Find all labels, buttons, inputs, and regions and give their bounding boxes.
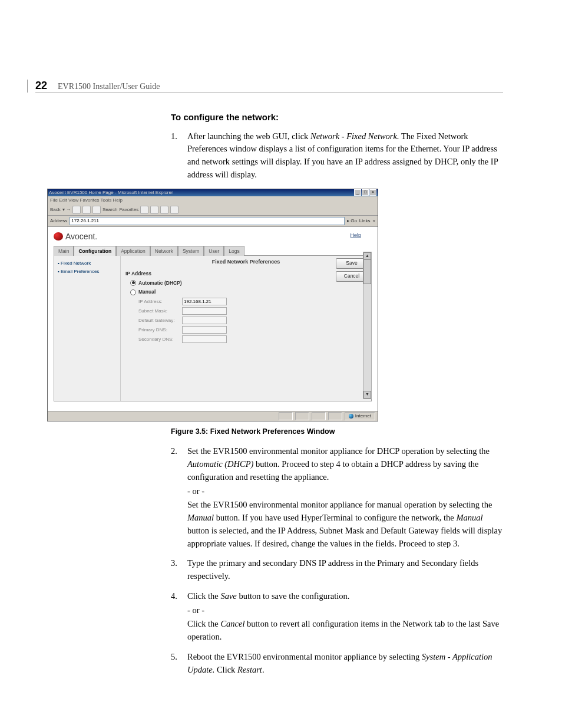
input-secondary-dns[interactable]: [182, 335, 227, 343]
status-segment: [279, 412, 293, 420]
step-number: 3.: [171, 557, 187, 583]
label-gateway: Default Gateway:: [138, 317, 178, 324]
scroll-thumb[interactable]: [363, 259, 371, 284]
globe-icon: [349, 414, 353, 419]
favorites-button[interactable]: Favorites: [119, 206, 138, 213]
ui-element: Manual: [456, 513, 482, 522]
minimize-icon[interactable]: _: [354, 189, 361, 196]
page-header: 22 EVR1500 Installer/User Guide: [35, 80, 503, 93]
text: Click the: [187, 619, 220, 628]
page-number: 22: [35, 80, 47, 92]
text: Set the EVR1500 environmental monitor ap…: [187, 500, 492, 509]
radio-label-manual: Manual: [138, 288, 156, 296]
ui-element: Cancel: [220, 619, 244, 628]
print-icon[interactable]: [160, 206, 168, 214]
edit-icon[interactable]: [170, 206, 178, 214]
group-ip-address: IP Address: [125, 270, 366, 278]
tab-network[interactable]: Network: [150, 246, 178, 256]
step-number: 4.: [171, 590, 187, 644]
sidebar-item-email-preferences[interactable]: Email Preferences: [58, 268, 117, 276]
step-number: 2.: [171, 445, 187, 550]
help-link[interactable]: Help: [350, 232, 361, 240]
input-gateway[interactable]: [182, 317, 227, 324]
scroll-down-icon[interactable]: ▼: [363, 391, 371, 398]
step-number: 1.: [171, 130, 187, 182]
radio-automatic-dhcp[interactable]: [130, 280, 136, 286]
step-number: 5.: [171, 651, 187, 677]
tab-user[interactable]: User: [204, 246, 224, 256]
window-titlebar: Avocent EVR1500 Home Page - Microsoft In…: [48, 189, 378, 196]
or-separator: - or -: [187, 604, 503, 617]
label-primary-dns: Primary DNS:: [138, 327, 178, 334]
history-icon[interactable]: [140, 206, 148, 214]
window-title: Avocent EVR1500 Home Page - Microsoft In…: [49, 189, 173, 196]
text: Click the: [187, 591, 220, 601]
ui-element: Automatic (DHCP): [187, 459, 253, 469]
figure-screenshot: Avocent EVR1500 Home Page - Microsoft In…: [47, 189, 503, 421]
step-1: 1. After launching the web GUI, click Ne…: [171, 130, 503, 182]
step-4: 4. Click the Save button to save the con…: [171, 590, 503, 644]
or-separator: - or -: [187, 485, 503, 498]
brand-name: Avocent.: [65, 230, 97, 243]
status-segment: [312, 412, 326, 420]
figure-caption: Figure 3.5: Fixed Network Preferences Wi…: [171, 426, 503, 437]
text: button to save the configuration.: [237, 591, 350, 601]
status-internet: Internet: [345, 412, 375, 420]
text: Reboot the EVR1500 environmental monitor…: [187, 652, 422, 661]
header-title: EVR1500 Installer/User Guide: [58, 82, 160, 91]
go-button[interactable]: ▸ Go: [347, 218, 357, 225]
maximize-icon[interactable]: □: [362, 189, 369, 196]
avocent-logo-icon: [54, 232, 63, 241]
text: After launching the web GUI, click: [187, 131, 310, 141]
tab-configuration[interactable]: Configuration: [74, 246, 116, 256]
input-ip[interactable]: [182, 298, 227, 305]
refresh-icon[interactable]: [82, 206, 91, 214]
input-mask[interactable]: [182, 307, 227, 315]
panel-title: Fixed Network Preferences: [125, 258, 366, 266]
stop-icon[interactable]: [72, 206, 81, 214]
back-button[interactable]: Back: [50, 206, 61, 213]
links-label[interactable]: Links: [359, 218, 371, 225]
tab-application[interactable]: Application: [116, 246, 150, 256]
tab-system[interactable]: System: [178, 246, 204, 256]
home-icon[interactable]: [92, 206, 101, 214]
input-primary-dns[interactable]: [182, 326, 227, 334]
address-label: Address: [50, 218, 67, 225]
radio-label-auto: Automatic (DHCP): [138, 279, 182, 287]
search-button[interactable]: Search: [103, 206, 117, 213]
ui-element: Restart: [237, 665, 262, 674]
text: .: [262, 665, 265, 674]
tab-main[interactable]: Main: [54, 246, 74, 256]
text: button is selected, and the IP Address, …: [187, 526, 502, 548]
status-segment: [328, 412, 342, 420]
ui-element: Save: [220, 591, 236, 601]
label-secondary-dns: Secondary DNS:: [138, 336, 178, 343]
mail-icon[interactable]: [150, 206, 158, 214]
ui-element: Manual: [187, 513, 214, 522]
scrollbar[interactable]: ▲ ▼: [363, 252, 372, 399]
label-mask: Subnet Mask:: [138, 308, 178, 315]
status-segment: [295, 412, 309, 420]
browser-menubar[interactable]: File Edit View Favorites Tools Help: [48, 196, 378, 205]
label-ip: IP Address:: [138, 298, 178, 305]
browser-toolbar[interactable]: Back ▾ → Search Favorites: [48, 205, 378, 216]
step-3: 3. Type the primary and secondary DNS IP…: [171, 557, 503, 583]
section-heading: To configure the network:: [171, 111, 503, 124]
address-input[interactable]: [70, 217, 345, 225]
tab-logs[interactable]: Logs: [224, 246, 244, 256]
text: Type the primary and secondary DNS IP ad…: [187, 557, 503, 583]
step-2: 2. Set the EVR1500 environmental monitor…: [171, 445, 503, 550]
radio-manual[interactable]: [130, 289, 136, 295]
sidebar-item-fixed-network[interactable]: Fixed Network: [58, 259, 117, 268]
close-icon[interactable]: ×: [369, 189, 376, 196]
ui-path: Network - Fixed Network.: [310, 131, 399, 141]
text: Click: [214, 665, 237, 674]
text: Set the EVR1500 environmental monitor ap…: [187, 446, 490, 456]
text: button. If you have used HyperTerminal t…: [214, 513, 456, 522]
step-5: 5. Reboot the EVR1500 environmental moni…: [171, 651, 503, 677]
